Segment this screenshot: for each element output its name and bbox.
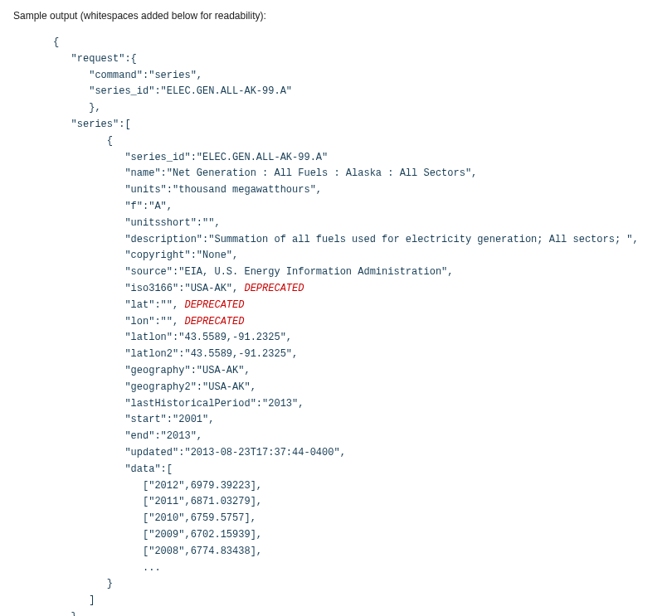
code-line: "iso3166":"USA-AK",: [53, 283, 244, 294]
code-line: "updated":"2013-08-23T17:37:44-0400",: [53, 447, 346, 458]
code-line: "series":[: [53, 119, 131, 130]
code-line: {: [53, 36, 59, 48]
code-line: ["2011",6871.03279],: [53, 496, 262, 507]
deprecated-label: DEPRECATED: [184, 316, 244, 327]
code-block: { "request":{ "command":"series", "serie…: [53, 35, 659, 616]
code-line: ["2010",6759.5757],: [53, 512, 256, 524]
code-line: "latlon":"43.5589,-91.2325",: [53, 332, 292, 343]
code-line: "f":"A",: [53, 201, 173, 212]
deprecated-label: DEPRECATED: [184, 299, 244, 311]
code-line: "series_id":"ELEC.GEN.ALL-AK-99.A": [53, 152, 328, 163]
code-line: }: [53, 578, 113, 589]
code-line: "units":"thousand megawatthours",: [53, 184, 322, 196]
code-line: "lon":"",: [53, 316, 184, 327]
code-line: "series_id":"ELEC.GEN.ALL-AK-99.A": [53, 85, 292, 97]
code-line: "data":[: [53, 463, 173, 475]
code-line: "name":"Net Generation : All Fuels : Ala…: [53, 167, 477, 179]
code-line: "request":{: [53, 53, 137, 65]
code-line: {: [53, 135, 113, 147]
code-line: "lastHistoricalPeriod":"2013",: [53, 398, 304, 410]
code-line: ]: [53, 594, 95, 606]
code-line: "start":"2001",: [53, 414, 214, 425]
code-line: ["2008",6774.83438],: [53, 546, 262, 557]
code-line: "latlon2":"43.5589,-91.2325",: [53, 348, 298, 360]
deprecated-label: DEPRECATED: [244, 283, 304, 294]
code-line: ...: [53, 562, 161, 574]
code-line: ["2009",6702.15939],: [53, 529, 262, 541]
code-line: "source":"EIA, U.S. Energy Information A…: [53, 266, 453, 278]
code-line: "copyright":"None",: [53, 250, 238, 261]
code-line: "geography2":"USA-AK",: [53, 381, 256, 393]
code-line: "command":"series",: [53, 70, 202, 81]
code-line: },: [53, 102, 101, 114]
code-line: ["2012",6979.39223],: [53, 480, 262, 492]
code-line: "unitsshort":"",: [53, 217, 221, 229]
code-line: "geography":"USA-AK",: [53, 365, 251, 376]
code-line: "end":"2013",: [53, 430, 202, 442]
code-line: "lat":"",: [53, 299, 184, 311]
code-line: }: [53, 611, 77, 616]
caption: Sample output (whitespaces added below f…: [13, 10, 659, 22]
code-line: "description":"Summation of all fuels us…: [53, 234, 639, 245]
